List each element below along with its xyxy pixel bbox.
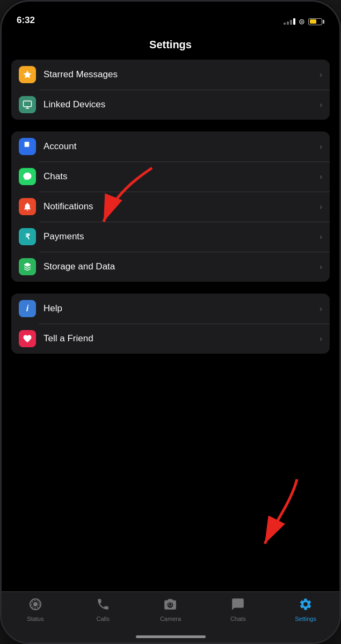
screen: 6:32 ⊜ [2,2,339,642]
settings-item-account[interactable]: Account › [11,131,330,162]
tab-chats[interactable]: Chats [204,597,272,622]
status-tab-label: Status [27,616,43,622]
storage-chevron: › [320,262,322,271]
settings-tab-label: Settings [295,616,316,622]
help-icon: i [19,300,36,317]
status-tab-icon [28,597,42,613]
settings-item-friend[interactable]: Tell a Friend › [11,324,330,354]
svg-point-6 [33,602,38,606]
linked-label: Linked Devices [43,99,320,110]
chats-settings-icon [19,168,36,185]
tab-calls[interactable]: Calls [69,597,137,622]
status-icons: ⊜ [284,17,324,27]
settings-group-1: Starred Messages › Linked Devices › [11,60,330,120]
storage-label: Storage and Data [43,261,320,272]
linked-icon [19,96,36,113]
signal-icon [284,18,295,25]
tab-status[interactable]: Status [2,597,69,622]
chats-tab-label: Chats [230,616,246,622]
chats-chevron: › [320,172,322,181]
friend-chevron: › [320,334,322,343]
notifications-label: Notifications [43,201,320,212]
settings-item-notifications[interactable]: Notifications › [11,192,330,222]
settings-item-starred[interactable]: Starred Messages › [11,60,330,90]
settings-item-storage[interactable]: Storage and Data › [11,252,330,282]
calls-tab-icon [96,597,110,613]
settings-tab-icon [299,597,313,613]
help-label: Help [43,303,320,314]
svg-rect-0 [24,101,32,107]
tab-bar: Status Calls Camera [2,591,339,642]
notifications-chevron: › [320,202,322,211]
status-time: 6:32 [17,15,35,27]
notch [122,2,219,20]
settings-item-linked[interactable]: Linked Devices › [11,90,330,120]
settings-item-payments[interactable]: ₹ Payments › [11,222,330,252]
starred-chevron: › [320,70,322,79]
camera-tab-label: Camera [160,616,181,622]
page-title: Settings [2,31,339,60]
svg-rect-3 [26,142,30,147]
svg-rect-4 [25,142,26,147]
home-indicator [136,635,206,638]
friend-label: Tell a Friend [43,333,320,344]
account-label: Account [43,141,320,152]
account-chevron: › [320,142,322,151]
account-icon [19,138,36,155]
calls-tab-label: Calls [96,616,109,622]
friend-icon [19,330,36,347]
notifications-icon [19,198,36,215]
settings-group-3: i Help › Tell a Friend › [11,294,330,354]
storage-icon [19,258,36,275]
starred-icon [19,66,36,83]
chats-settings-label: Chats [43,171,320,182]
battery-icon [308,18,324,25]
settings-item-chats[interactable]: Chats › [11,162,330,192]
wifi-icon: ⊜ [299,17,305,26]
payments-icon: ₹ [19,228,36,245]
settings-group-2: Account › Chats › [11,131,330,282]
tab-settings[interactable]: Settings [272,597,339,622]
chats-tab-icon [231,597,245,613]
main-content: Settings Starred Messages › [2,31,339,591]
starred-label: Starred Messages [43,69,320,80]
settings-item-help[interactable]: i Help › [11,294,330,324]
tab-camera[interactable]: Camera [137,597,205,622]
payments-chevron: › [320,232,322,241]
payments-label: Payments [43,231,320,242]
linked-chevron: › [320,100,322,109]
help-chevron: › [320,304,322,313]
camera-tab-icon [163,597,177,613]
phone-frame: 6:32 ⊜ [0,0,341,644]
